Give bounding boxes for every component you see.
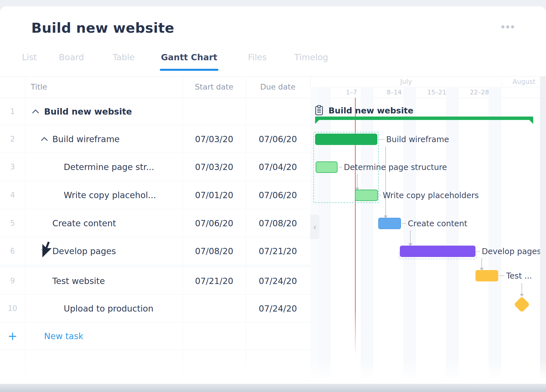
task-title-cell[interactable]: Build wireframe xyxy=(52,134,120,144)
weekend-stripe xyxy=(489,87,501,382)
gantt-gridline xyxy=(373,87,373,382)
gantt-gridline xyxy=(458,87,458,382)
gantt-bar-test[interactable] xyxy=(475,270,498,281)
task-title-cell[interactable]: Develop pages xyxy=(52,246,116,256)
table-row[interactable]: 5Create content07/06/2007/08/20 xyxy=(0,209,310,237)
task-title-cell[interactable]: Determine page str... xyxy=(64,162,154,172)
weekend-stripe xyxy=(318,87,330,382)
weekend-stripe xyxy=(403,87,415,382)
view-tabs: ListBoardTableGantt ChartFilesTimelog xyxy=(0,52,546,71)
ellipsis-icon xyxy=(511,25,514,28)
task-title-cell[interactable]: Test website xyxy=(52,276,105,286)
column-header-due-date[interactable]: Due date xyxy=(260,76,295,98)
due-date-cell[interactable]: 07/04/20 xyxy=(259,162,297,172)
collapse-chevron-up-icon[interactable] xyxy=(41,137,48,141)
table-row[interactable]: 9Test website07/21/2007/24/20 xyxy=(0,267,310,295)
gantt-bar-label: Create content xyxy=(408,219,467,228)
new-task-button[interactable]: New task xyxy=(44,331,83,341)
bar-label-connector xyxy=(402,223,406,224)
tab-gantt-chart[interactable]: Gantt Chart xyxy=(161,52,217,71)
gantt-gridline xyxy=(330,87,330,382)
start-date-cell[interactable]: 07/06/20 xyxy=(195,218,233,228)
tab-list[interactable]: List xyxy=(22,52,37,71)
collapse-chevron-down-icon[interactable] xyxy=(41,249,47,253)
dependency-line xyxy=(410,230,411,243)
row-number: 10 xyxy=(0,304,25,313)
row-number: 2 xyxy=(0,135,25,143)
table-row[interactable]: 3Determine page str...07/03/2007/04/20 xyxy=(0,153,310,181)
gantt-week-label: 22–28 xyxy=(470,87,489,98)
start-date-cell[interactable]: 07/08/20 xyxy=(195,246,233,256)
gantt-bar-label: Develop pages xyxy=(482,247,541,256)
ellipsis-icon xyxy=(501,25,504,28)
bar-label-connector xyxy=(378,139,384,140)
task-title-cell[interactable]: Write copy placehol... xyxy=(64,190,156,200)
tab-files[interactable]: Files xyxy=(248,52,267,71)
task-title-cell[interactable]: Upload to production xyxy=(64,304,153,314)
table-row[interactable]: 6Develop pages07/08/2007/21/20 xyxy=(0,237,310,265)
dependency-line xyxy=(357,174,357,188)
column-header-start-date[interactable]: Start date xyxy=(195,76,233,98)
summary-notch-left xyxy=(315,120,319,124)
gantt-bar-label: Test ... xyxy=(506,271,532,281)
gantt-month-label: August xyxy=(502,76,546,87)
gantt-bar-label: Write copy placeholders xyxy=(383,191,479,200)
collapse-panel-handle[interactable]: ‹ xyxy=(310,215,319,239)
gantt-bar-create-content[interactable] xyxy=(378,218,401,229)
gantt-bar-label: Build wireframe xyxy=(386,135,449,144)
dependency-line xyxy=(522,283,522,294)
row-number: 3 xyxy=(0,163,25,171)
bar-label-connector xyxy=(476,251,480,252)
gantt-bar-build-wireframe[interactable] xyxy=(315,134,377,145)
gantt-gridline xyxy=(415,87,416,382)
due-date-cell[interactable]: 07/21/20 xyxy=(259,246,297,256)
gantt-week-label: 15–21 xyxy=(427,87,446,98)
table-row[interactable]: 10Upload to production07/24/20 xyxy=(0,295,310,322)
dependency-arrowhead-icon xyxy=(520,294,524,297)
due-date-cell[interactable]: 07/08/20 xyxy=(259,218,297,228)
table-row[interactable]: 1Build new website xyxy=(0,98,310,125)
bar-label-connector xyxy=(499,275,504,276)
tab-table[interactable]: Table xyxy=(113,52,135,71)
new-task-row[interactable]: +New task xyxy=(0,322,310,350)
gantt-bar-develop-pages[interactable] xyxy=(400,246,475,257)
page-title: Build new website xyxy=(31,20,174,36)
row-number: 5 xyxy=(0,219,25,227)
gantt-bar-label: Determine page structure xyxy=(344,163,447,172)
weekend-stripe xyxy=(361,87,373,382)
more-menu-button[interactable] xyxy=(501,25,514,28)
row-number: 9 xyxy=(0,277,25,285)
due-date-cell[interactable]: 07/24/20 xyxy=(259,276,297,286)
table-row[interactable]: 2Build wireframe07/03/2007/06/20 xyxy=(0,125,310,153)
collapse-chevron-up-icon[interactable] xyxy=(32,109,39,114)
gantt-bar-write-copy-placeholders[interactable] xyxy=(355,190,378,201)
due-date-cell[interactable]: 07/06/20 xyxy=(259,134,297,144)
start-date-cell[interactable]: 07/03/20 xyxy=(195,162,233,172)
clipboard-icon xyxy=(315,105,323,117)
start-date-cell[interactable]: 07/21/20 xyxy=(195,276,233,286)
tab-board[interactable]: Board xyxy=(59,52,84,71)
due-date-cell[interactable]: 07/24/20 xyxy=(259,304,297,314)
collapsed-rows-gap xyxy=(0,265,310,267)
start-date-cell[interactable]: 07/03/20 xyxy=(195,134,233,144)
bar-label-connector xyxy=(338,167,342,167)
dependency-line xyxy=(481,258,482,268)
vertical-scrollbar[interactable] xyxy=(540,76,546,384)
gantt-project-label: Build new website xyxy=(328,106,413,115)
due-date-cell[interactable]: 07/06/20 xyxy=(259,190,297,200)
app-window: Build new website ListBoardTableGantt Ch… xyxy=(0,0,546,392)
dependency-line xyxy=(385,146,386,215)
gantt-bar-determine-page-structure[interactable] xyxy=(316,161,338,173)
project-summary-bar[interactable] xyxy=(315,117,533,120)
table-row[interactable]: 4Write copy placehol...07/01/2007/06/20 xyxy=(0,181,310,209)
column-header-title[interactable]: Title xyxy=(31,76,47,98)
gantt-gridline xyxy=(501,87,501,382)
row-number: 1 xyxy=(0,107,25,116)
task-title-cell[interactable]: Build new website xyxy=(44,107,132,117)
start-date-cell[interactable]: 07/01/20 xyxy=(195,190,233,200)
tab-timelog[interactable]: Timelog xyxy=(294,52,328,71)
horizontal-scrollbar[interactable] xyxy=(0,384,546,392)
task-title-cell[interactable]: Create content xyxy=(52,218,116,228)
add-task-plus-icon[interactable]: + xyxy=(0,329,25,343)
weekend-stripe xyxy=(446,87,458,382)
